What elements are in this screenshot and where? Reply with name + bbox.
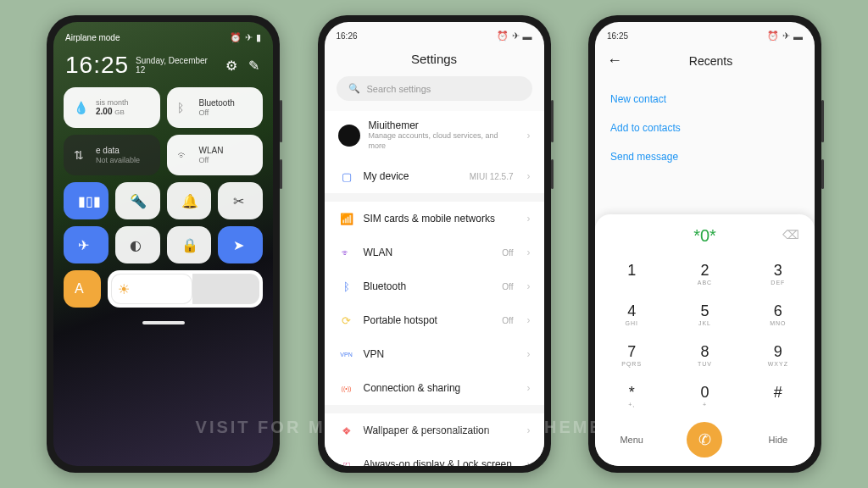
vibrate-toggle[interactable]: ▮▯▮ (64, 182, 108, 219)
settings-row[interactable]: ❖Wallpaper & personalization› (325, 413, 544, 447)
clock-date: Sunday, December 12 (136, 56, 217, 75)
row-icon: ᯤ (338, 244, 355, 261)
call-button[interactable]: ✆ (687, 422, 722, 458)
status-icons: ⏰✈▮ (230, 32, 261, 43)
settings-row[interactable]: ᛒBluetoothOff› (325, 269, 544, 303)
dial-key[interactable]: # (742, 376, 815, 417)
screenshot-toggle[interactable]: ✂ (218, 182, 263, 219)
dial-key[interactable]: *+, (595, 376, 668, 417)
dnd-toggle[interactable]: 🔔 (167, 182, 212, 219)
account-row[interactable]: MiuithemerManage accounts, cloud service… (325, 111, 544, 159)
settings-row[interactable]: ᯤWLANOff› (325, 236, 544, 269)
row-icon: ⟳ (338, 312, 355, 329)
dial-key[interactable]: 8TUV (668, 336, 741, 376)
darkmode-toggle[interactable]: ◐ (115, 226, 160, 263)
phone-control-center: Airplane mode ⏰✈▮ 16:25 Sunday, December… (47, 15, 280, 473)
sim-icon: ⇅ (74, 148, 89, 162)
row-icon: ((•)) (338, 380, 355, 396)
mobile-data-tile[interactable]: ⇅ e dataNot available (64, 135, 160, 175)
chevron-right-icon: › (527, 130, 531, 141)
status-bar: Airplane mode ⏰✈▮ (53, 22, 273, 47)
chevron-right-icon: › (527, 382, 531, 394)
action-link[interactable]: Send message (610, 142, 799, 171)
data-usage-tile[interactable]: 💧 sis month2.00 GB (64, 87, 160, 128)
phone-icon: ✆ (698, 430, 711, 449)
dialpad-panel: *0* ⌫ 12ABC3DEF4GHI5JKL6MNO7PQRS8TUV9WXY… (595, 214, 815, 466)
chevron-right-icon: › (527, 424, 531, 436)
hide-button[interactable]: Hide (742, 435, 815, 445)
dial-key[interactable]: 6MNO (742, 295, 815, 336)
status-icons: ⏰✈▬ (767, 30, 803, 42)
dial-key[interactable]: 3DEF (742, 254, 815, 295)
flashlight-toggle[interactable]: 🔦 (115, 182, 160, 219)
phone-dialer: 16:25 ⏰✈▬ ← Recents New contactAdd to co… (588, 15, 821, 473)
chevron-right-icon: › (527, 280, 531, 292)
page-title: Settings (325, 45, 544, 76)
back-arrow-icon[interactable]: ← (607, 52, 622, 69)
dial-key[interactable]: 2ABC (668, 254, 741, 295)
page-title: Recents (634, 54, 787, 68)
settings-row[interactable]: VPNVPN› (325, 337, 544, 371)
settings-row[interactable]: ⏍Always-on display & Lock screen› (325, 447, 544, 466)
chevron-right-icon: › (527, 247, 531, 258)
dial-key[interactable]: 7PQRS (595, 336, 668, 376)
chevron-right-icon: › (527, 213, 531, 225)
row-icon: 📶 (338, 210, 355, 227)
chevron-right-icon: › (527, 348, 531, 360)
action-link[interactable]: New contact (610, 85, 799, 114)
status-bar: 16:26 ⏰✈▬ (325, 22, 544, 45)
row-icon: ᛒ (338, 278, 355, 295)
status-time: 16:26 (337, 31, 358, 41)
settings-row[interactable]: ((•))Connection & sharing› (325, 371, 544, 405)
settings-row[interactable]: ⟳Portable hotspotOff› (325, 303, 544, 337)
edit-pencil-icon[interactable]: ✎ (246, 58, 261, 73)
chevron-right-icon: › (527, 458, 531, 466)
drag-handle[interactable] (142, 321, 185, 324)
avatar-icon (338, 125, 360, 147)
dial-key[interactable]: 4GHI (595, 295, 668, 336)
action-link[interactable]: Add to contacts (610, 114, 799, 142)
menu-button[interactable]: Menu (595, 435, 668, 445)
my-device-row[interactable]: ▢ My device MIUI 12.5.7 › (325, 159, 544, 193)
device-icon: ▢ (338, 168, 355, 185)
row-icon: ⏍ (338, 456, 355, 466)
wifi-icon: ᯤ (177, 148, 192, 162)
row-icon: ❖ (338, 422, 355, 439)
status-bar: 16:25 ⏰✈▬ (595, 22, 815, 45)
dial-key[interactable]: 1 (595, 254, 668, 295)
dialed-number: *0* ⌫ (595, 223, 815, 254)
phone-settings: 16:26 ⏰✈▬ Settings 🔍 Search settings Miu… (318, 15, 551, 473)
row-icon: VPN (338, 346, 355, 363)
bluetooth-tile[interactable]: ᛒ BluetoothOff (167, 87, 264, 128)
location-toggle[interactable]: ➤ (218, 226, 263, 263)
status-icons: ⏰✈▬ (497, 30, 532, 42)
lock-toggle[interactable]: 🔒 (167, 226, 212, 263)
airplane-toggle[interactable]: ✈ (64, 226, 108, 263)
clock-time: 16:25 (65, 52, 129, 79)
search-input[interactable]: 🔍 Search settings (337, 76, 532, 101)
auto-brightness-toggle[interactable]: A (64, 270, 101, 308)
search-icon: 🔍 (348, 83, 360, 94)
sun-icon: ☀ (118, 281, 130, 297)
dial-key[interactable]: 9WXYZ (742, 336, 815, 376)
wlan-tile[interactable]: ᯤ WLANOff (167, 135, 264, 175)
chevron-right-icon: › (527, 314, 531, 326)
backspace-icon[interactable]: ⌫ (782, 228, 799, 241)
settings-row[interactable]: 📶SIM cards & mobile networks› (325, 202, 544, 236)
brightness-slider[interactable]: ☀ (108, 270, 263, 308)
status-time: 16:25 (607, 31, 628, 41)
status-text: Airplane mode (65, 33, 120, 42)
dial-key[interactable]: 5JKL (668, 295, 741, 336)
bluetooth-icon: ᛒ (177, 101, 192, 114)
chevron-right-icon: › (527, 170, 531, 182)
droplet-icon: 💧 (74, 101, 89, 114)
dial-key[interactable]: 0+ (668, 376, 741, 417)
settings-gear-icon[interactable]: ⚙ (224, 58, 239, 73)
